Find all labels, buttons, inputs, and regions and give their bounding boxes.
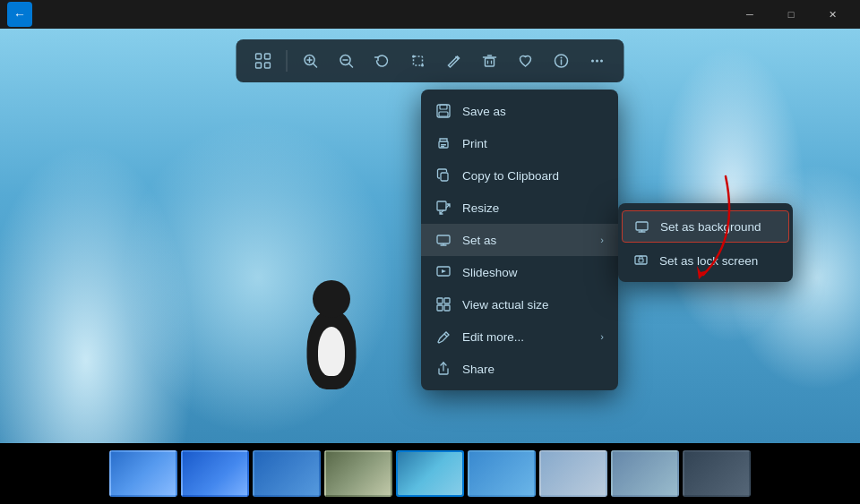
svg-rect-33 xyxy=(437,235,450,243)
print-icon xyxy=(435,135,452,151)
submenu-label-background: Set as background xyxy=(660,220,761,234)
maximize-button[interactable]: □ xyxy=(770,0,812,29)
svg-point-22 xyxy=(591,60,594,63)
svg-rect-27 xyxy=(439,112,448,116)
thumbnail-9[interactable] xyxy=(683,450,751,497)
menu-item-set-as[interactable]: Set as › xyxy=(421,224,618,256)
svg-point-23 xyxy=(596,60,598,63)
svg-rect-1 xyxy=(265,54,271,59)
share-icon xyxy=(435,361,452,377)
close-button[interactable]: ✕ xyxy=(812,0,853,29)
filmstrip xyxy=(0,443,860,504)
menu-label-slideshow: Slideshow xyxy=(462,266,518,279)
set-as-icon xyxy=(435,232,452,248)
menu-item-copy[interactable]: Copy to Clipboard xyxy=(421,159,618,192)
menu-label-actual-size: View actual size xyxy=(462,298,549,312)
titlebar: ← ─ □ ✕ xyxy=(0,0,860,29)
draw-icon[interactable] xyxy=(438,45,470,77)
svg-rect-0 xyxy=(256,54,262,59)
toolbar xyxy=(236,39,624,82)
menu-item-actual-size[interactable]: View actual size xyxy=(421,288,618,320)
svg-point-21 xyxy=(561,57,563,59)
submenu-label-lockscreen: Set as lock screen xyxy=(659,254,758,268)
svg-line-42 xyxy=(444,334,447,337)
menu-label-edit-more: Edit more... xyxy=(462,330,524,344)
svg-rect-29 xyxy=(441,144,446,146)
menu-item-share[interactable]: Share xyxy=(421,353,618,385)
svg-rect-15 xyxy=(486,58,494,66)
penguin-head xyxy=(313,280,350,318)
menu-label-print: Print xyxy=(462,137,487,150)
svg-rect-2 xyxy=(256,63,262,68)
svg-rect-11 xyxy=(414,56,423,65)
slideshow-icon xyxy=(435,264,452,280)
window-controls: ─ □ ✕ xyxy=(729,0,853,29)
lock-screen-icon xyxy=(632,252,649,269)
svg-line-9 xyxy=(349,64,353,67)
thumbnail-6[interactable] xyxy=(468,450,536,497)
svg-line-5 xyxy=(314,64,317,67)
edit-more-icon xyxy=(435,329,452,345)
menu-item-edit-more[interactable]: Edit more... › xyxy=(421,320,618,353)
favorite-icon[interactable] xyxy=(510,45,542,77)
thumbnail-1[interactable] xyxy=(109,450,177,497)
menu-label-save-as: Save as xyxy=(462,105,506,118)
menu-item-slideshow[interactable]: Slideshow xyxy=(421,256,618,288)
actual-size-icon xyxy=(435,296,452,312)
context-menu: Save as Print Copy to Clipboard Resize S… xyxy=(421,90,618,390)
save-as-icon xyxy=(435,103,452,119)
copy-icon xyxy=(435,167,452,184)
menu-label-set-as: Set as xyxy=(462,234,496,247)
crop-icon[interactable] xyxy=(402,45,434,77)
svg-rect-41 xyxy=(444,305,450,311)
submenu-item-background[interactable]: Set as background xyxy=(622,210,789,243)
more-icon[interactable] xyxy=(581,45,614,77)
thumbnail-7[interactable] xyxy=(539,450,607,497)
minimize-button[interactable]: ─ xyxy=(729,0,770,29)
zoom-in-icon[interactable] xyxy=(295,45,327,77)
menu-item-print[interactable]: Print xyxy=(421,127,618,159)
svg-rect-48 xyxy=(639,259,643,262)
svg-rect-44 xyxy=(636,222,648,230)
svg-point-12 xyxy=(412,56,415,58)
thumbnail-4[interactable] xyxy=(324,450,392,497)
thumbnail-3[interactable] xyxy=(253,450,321,497)
main-image-area: Save as Print Copy to Clipboard Resize S… xyxy=(0,29,860,443)
penguin-image xyxy=(296,282,367,389)
menu-label-resize: Resize xyxy=(462,201,499,215)
penguin-belly xyxy=(318,327,345,376)
info-icon[interactable] xyxy=(546,45,578,77)
menu-label-copy: Copy to Clipboard xyxy=(462,169,559,183)
thumbnail-5-active[interactable] xyxy=(396,450,464,497)
svg-rect-47 xyxy=(635,256,647,264)
thumbnail-8[interactable] xyxy=(611,450,679,497)
submenu: Set as background Set as lock screen xyxy=(618,203,793,282)
menu-item-resize[interactable]: Resize xyxy=(421,192,618,224)
submenu-item-lockscreen[interactable]: Set as lock screen xyxy=(618,244,793,277)
menu-label-share: Share xyxy=(462,363,494,376)
menu-item-save-as[interactable]: Save as xyxy=(421,95,618,127)
rotate-icon[interactable] xyxy=(366,45,399,77)
svg-point-24 xyxy=(600,60,603,63)
svg-rect-32 xyxy=(437,201,446,210)
svg-rect-31 xyxy=(441,173,448,181)
back-button[interactable]: ← xyxy=(7,2,32,27)
svg-point-13 xyxy=(421,64,424,67)
svg-rect-40 xyxy=(437,305,443,311)
background-icon xyxy=(633,218,649,235)
edit-more-arrow-icon: › xyxy=(600,331,604,342)
svg-rect-26 xyxy=(440,105,447,109)
delete-icon[interactable] xyxy=(474,45,506,77)
svg-rect-30 xyxy=(441,146,444,148)
set-as-arrow-icon: › xyxy=(600,235,604,245)
resize-icon xyxy=(435,200,452,216)
back-icon: ← xyxy=(13,7,26,21)
svg-rect-3 xyxy=(265,63,271,68)
thumbnail-2[interactable] xyxy=(181,450,249,497)
toolbar-divider-1 xyxy=(287,50,288,72)
svg-marker-37 xyxy=(442,269,446,273)
svg-rect-38 xyxy=(437,298,443,303)
grid-icon[interactable] xyxy=(247,45,280,77)
svg-rect-39 xyxy=(444,298,450,303)
zoom-out-icon[interactable] xyxy=(331,45,363,77)
